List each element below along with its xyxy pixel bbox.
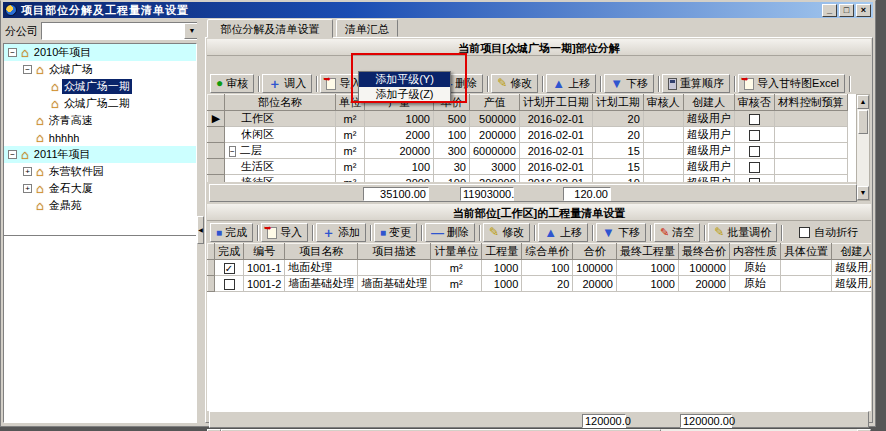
column-header[interactable]: 材料控制预算 (774, 95, 847, 111)
tree-item[interactable]: +⌂金石大厦 (4, 180, 196, 197)
column-header[interactable]: 综合单价 (522, 244, 573, 260)
column-header[interactable]: 合价 (573, 244, 617, 260)
tree-item[interactable]: ⌂众城广场二期 (4, 95, 196, 112)
splitter-collapse-button[interactable]: ◀ (197, 216, 204, 244)
upper-上移-button[interactable]: ▲上移 (546, 74, 596, 93)
tree-item[interactable]: +⌂东营软件园 (4, 163, 196, 180)
lower-添加-button[interactable]: ＋添加 (316, 223, 366, 242)
tree-item-label[interactable]: 众城广场一期 (62, 79, 132, 94)
checkbox-icon[interactable] (749, 146, 760, 157)
table-row[interactable]: 休闲区m²20001002000002016-02-0120超级用户 (208, 127, 848, 143)
column-header[interactable]: 审核否 (734, 95, 774, 111)
column-header[interactable]: 最终合价 (678, 244, 729, 260)
tree-item[interactable]: ⌂众城广场一期 (4, 78, 196, 95)
lower-变更-button[interactable]: ■变更 (374, 223, 417, 242)
upper-重算顺序-button[interactable]: 重算顺序 (662, 74, 730, 93)
lower-上移-button[interactable]: ▲上移 (538, 223, 588, 242)
tree-item-label[interactable]: 济青高速 (47, 113, 95, 128)
tree-item-label[interactable]: 2010年项目 (32, 45, 93, 60)
tab-decomposition[interactable]: 部位分解及清单设置 (207, 19, 333, 38)
column-header[interactable]: 计划工期 (592, 95, 643, 111)
column-header[interactable]: 编号 (244, 244, 285, 260)
collapse-icon[interactable]: − (8, 48, 17, 57)
checkbox-icon[interactable]: ✓ (224, 263, 235, 274)
upper-审核-button[interactable]: ●审核 (210, 74, 254, 93)
lower-修改-button[interactable]: ✎修改 (483, 223, 530, 242)
column-header[interactable]: 项目名称 (285, 244, 358, 260)
checkbox-icon[interactable] (749, 162, 760, 173)
expand-icon[interactable]: + (23, 167, 32, 176)
tree-item[interactable]: −⌂众城广场 (4, 61, 196, 78)
part-name-cell[interactable]: 工作区 (225, 111, 336, 127)
collapse-icon[interactable]: − (8, 150, 17, 159)
table-row[interactable]: ✓1001-1地面处理m²10001001000001000100000原始超级… (208, 260, 872, 276)
company-combobox[interactable]: ▼ (41, 22, 201, 40)
column-header[interactable]: 内容性质 (729, 244, 780, 260)
lower-下移-button[interactable]: ▼下移 (596, 223, 646, 242)
upper-下移-button[interactable]: ▼下移 (604, 74, 654, 93)
checkbox-icon[interactable] (749, 178, 760, 182)
tree-item[interactable]: ⌂hhhhh (4, 129, 196, 146)
minimize-button[interactable]: _ (822, 4, 837, 17)
checkbox-icon[interactable] (224, 279, 235, 290)
column-header[interactable]: 最终工程量 (616, 244, 678, 260)
column-header[interactable]: 工程量 (482, 244, 522, 260)
part-name-cell[interactable]: 休闲区 (225, 127, 336, 143)
part-name-cell[interactable]: 生活区 (225, 159, 336, 175)
tree-item-label[interactable]: 众城广场二期 (62, 96, 132, 111)
autowrap-checkbox[interactable]: 自动折行 (799, 225, 858, 240)
lower-删除-button[interactable]: —删除 (425, 223, 475, 242)
column-header[interactable]: 创建人 (831, 244, 871, 260)
column-header[interactable]: 项目描述 (358, 244, 431, 260)
tree-item[interactable]: −⌂2011年项目 (4, 146, 196, 163)
tree-item[interactable]: ⌂济青高速 (4, 112, 196, 129)
checkbox-icon[interactable] (749, 114, 760, 125)
scroll-thumb[interactable] (858, 110, 868, 134)
table-row[interactable]: 接待区m²20001002000002016-02-0110超级用户 (208, 175, 848, 183)
company-input[interactable] (42, 23, 184, 39)
column-header[interactable]: 审核人 (643, 95, 683, 111)
part-name-cell[interactable]: −二层 (225, 143, 336, 159)
upper-修改-button[interactable]: ✎修改 (491, 74, 538, 93)
maximize-button[interactable]: □ (839, 4, 854, 17)
tree-item-label[interactable]: 众城广场 (47, 62, 95, 77)
table-row[interactable]: −二层m²2000030060000002016-02-0115超级用户 (208, 143, 848, 159)
column-header[interactable]: 计量单位 (431, 244, 482, 260)
column-header[interactable]: 创建人 (683, 95, 734, 111)
table-row[interactable]: ▶工作区m²10005005000002016-02-0120超级用户 (208, 111, 848, 127)
table-row[interactable]: 1001-2墙面基础处理墙面基础处理m²10002020000100020000… (208, 276, 872, 292)
tree-item-label[interactable]: 金鼎苑 (47, 198, 84, 213)
tree-item[interactable]: −⌂2010年项目 (4, 44, 196, 61)
column-header[interactable]: 产值 (470, 95, 520, 111)
menu-item-添加平级(Y)[interactable]: 添加平级(Y) (359, 72, 450, 87)
scroll-up-icon[interactable]: ▲ (857, 95, 869, 109)
lower-批量调价-button[interactable]: ✎批量调价 (708, 223, 777, 242)
lower-清空-button[interactable]: ✎清空 (654, 223, 700, 242)
tree-item-label[interactable]: 金石大厦 (47, 181, 95, 196)
menu-item-添加子级(Z)[interactable]: 添加子级(Z) (359, 87, 450, 102)
tab-summary[interactable]: 清单汇总 (336, 19, 398, 37)
column-header[interactable]: 具体位置 (780, 244, 831, 260)
column-header[interactable]: 部位名称 (225, 95, 336, 111)
close-button[interactable]: × (856, 4, 871, 17)
collapse-icon[interactable]: − (23, 65, 32, 74)
tree-item[interactable]: ⌂金鼎苑 (4, 197, 196, 214)
checkbox-icon[interactable] (749, 130, 760, 141)
column-header[interactable]: 完成 (215, 244, 244, 260)
vertical-scrollbar[interactable]: ▲ ▼ (856, 94, 870, 201)
upper-调入-button[interactable]: ＋调入 (262, 74, 312, 93)
lower-导入-button[interactable]: 导入 (261, 223, 308, 242)
lower-完成-button[interactable]: ■完成 (210, 223, 253, 242)
tree-item-label[interactable]: 东营软件园 (47, 164, 106, 179)
panel-splitter[interactable]: ◀ (197, 20, 205, 423)
tree-item-label[interactable]: 2011年项目 (32, 147, 93, 162)
expand-icon[interactable]: + (23, 184, 32, 193)
column-header[interactable]: 计划开工日期 (519, 95, 592, 111)
scroll-down-icon[interactable]: ▼ (857, 186, 869, 200)
upper-导入甘特图Excel-button[interactable]: 导入甘特图Excel (738, 74, 845, 93)
part-name-cell[interactable]: 接待区 (225, 175, 336, 183)
collapse-icon[interactable]: − (229, 146, 236, 157)
checkbox-icon[interactable] (799, 227, 810, 238)
tree-item-label[interactable]: hhhhh (47, 132, 82, 144)
table-row[interactable]: 生活区m²1003030002016-02-0115超级用户 (208, 159, 848, 175)
